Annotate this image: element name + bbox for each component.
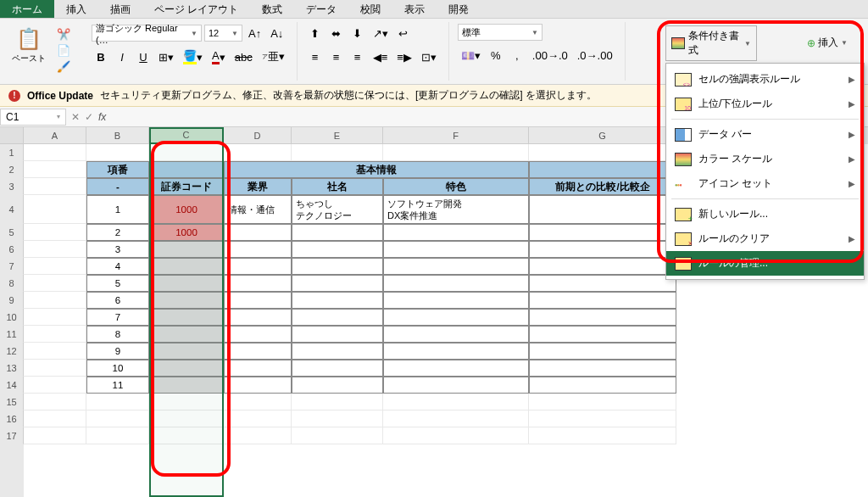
row-header[interactable]: 3 bbox=[0, 178, 24, 195]
cell[interactable]: 特色 bbox=[383, 178, 529, 195]
row-header[interactable]: 16 bbox=[0, 410, 24, 427]
cell[interactable] bbox=[24, 161, 86, 178]
row-header[interactable]: 11 bbox=[0, 326, 24, 343]
cell[interactable] bbox=[24, 144, 86, 161]
cell[interactable] bbox=[149, 144, 224, 161]
decrease-decimal-button[interactable]: .0→.00 bbox=[574, 46, 616, 64]
cell[interactable]: 情報・通信 bbox=[224, 195, 292, 224]
row-header[interactable]: 1 bbox=[0, 144, 24, 161]
phonetic-button[interactable]: ア亜▾ bbox=[259, 47, 288, 66]
cell[interactable]: 基本情報 bbox=[224, 161, 529, 178]
cell[interactable]: 証券コード bbox=[149, 178, 224, 195]
row-header[interactable]: 14 bbox=[0, 377, 24, 394]
tab-data[interactable]: データ bbox=[294, 0, 348, 18]
row-header[interactable]: 5 bbox=[0, 224, 24, 241]
orientation-button[interactable]: ↗▾ bbox=[370, 24, 392, 42]
row-header[interactable]: 15 bbox=[0, 394, 24, 410]
col-header[interactable]: G bbox=[529, 127, 676, 144]
tab-view[interactable]: 表示 bbox=[392, 0, 437, 18]
tab-draw[interactable]: 描画 bbox=[98, 0, 142, 18]
row-header[interactable]: 9 bbox=[0, 292, 24, 309]
increase-decimal-button[interactable]: .00→.0 bbox=[529, 46, 571, 64]
cell[interactable]: 項番 bbox=[86, 161, 149, 178]
name-box[interactable]: C1▾ bbox=[0, 109, 66, 126]
align-bottom-button[interactable]: ⬇ bbox=[348, 24, 367, 42]
increase-font-button[interactable]: A↑ bbox=[245, 24, 264, 42]
percent-button[interactable]: % bbox=[487, 46, 505, 64]
cf-menu-highlight-rules[interactable]: セルの強調表示ルール ▶ bbox=[666, 67, 864, 92]
cell[interactable]: - bbox=[86, 178, 149, 195]
align-right-button[interactable]: ≡ bbox=[348, 47, 367, 66]
cf-menu-data-bars[interactable]: データ バー ▶ bbox=[666, 122, 864, 147]
row-header[interactable]: 13 bbox=[0, 360, 24, 377]
align-top-button[interactable]: ⬆ bbox=[306, 24, 325, 42]
row-header[interactable]: 4 bbox=[0, 195, 24, 224]
col-header[interactable]: C bbox=[149, 127, 224, 144]
cell[interactable] bbox=[529, 161, 676, 178]
col-header[interactable]: F bbox=[383, 127, 529, 144]
cut-icon[interactable]: ✂️ bbox=[54, 27, 73, 42]
cell[interactable] bbox=[529, 144, 676, 161]
tab-home[interactable]: ホーム bbox=[0, 0, 54, 18]
currency-button[interactable]: 💷▾ bbox=[458, 46, 484, 64]
tab-developer[interactable]: 開発 bbox=[437, 0, 481, 18]
cell[interactable] bbox=[529, 195, 676, 224]
wrap-text-button[interactable]: ↩ bbox=[394, 24, 413, 42]
comma-button[interactable]: , bbox=[508, 46, 526, 64]
cf-menu-manage-rules[interactable]: ルールの管理... bbox=[666, 251, 864, 276]
format-painter-icon[interactable]: 🖌️ bbox=[54, 59, 73, 74]
cell[interactable]: ソフトウェア開発 DX案件推進 bbox=[383, 195, 529, 224]
row-header[interactable]: 7 bbox=[0, 258, 24, 275]
strike-button[interactable]: abc bbox=[231, 47, 256, 66]
cell[interactable] bbox=[292, 144, 383, 161]
cell[interactable] bbox=[24, 178, 86, 195]
tab-formula[interactable]: 数式 bbox=[250, 0, 294, 18]
paste-button[interactable]: 📋 ペースト bbox=[7, 25, 51, 66]
cell[interactable]: ちゃつし テクノロジー bbox=[292, 195, 383, 224]
col-header[interactable]: E bbox=[292, 127, 383, 144]
italic-button[interactable]: I bbox=[113, 47, 131, 66]
border-button[interactable]: ⊞▾ bbox=[155, 47, 177, 66]
cell[interactable]: 前期との比較/比較企 bbox=[529, 178, 676, 195]
tab-pagelayout[interactable]: ページ レイアウト bbox=[142, 0, 250, 18]
cf-menu-topbottom-rules[interactable]: 上位/下位ルール ▶ bbox=[666, 92, 864, 116]
increase-indent-button[interactable]: ≡▶ bbox=[393, 47, 415, 66]
col-header[interactable]: A bbox=[24, 127, 86, 144]
conditional-formatting-button[interactable]: 条件付き書式 ▼ bbox=[665, 25, 757, 61]
fx-icon[interactable]: fx bbox=[98, 111, 106, 123]
number-format-select[interactable]: 標準▼ bbox=[458, 24, 542, 41]
cf-menu-icon-sets[interactable]: アイコン セット ▶ bbox=[666, 171, 864, 196]
cell[interactable] bbox=[224, 144, 292, 161]
row-header[interactable]: 8 bbox=[0, 275, 24, 292]
row-header[interactable]: 10 bbox=[0, 309, 24, 326]
copy-icon[interactable]: 📄 bbox=[54, 43, 73, 58]
cf-menu-new-rule[interactable]: 新しいルール... bbox=[666, 202, 864, 226]
tab-insert[interactable]: 挿入 bbox=[54, 0, 98, 18]
cell[interactable] bbox=[86, 144, 149, 161]
bold-button[interactable]: B bbox=[92, 47, 110, 66]
cell[interactable] bbox=[149, 161, 224, 178]
align-center-button[interactable]: ≡ bbox=[327, 47, 346, 66]
align-middle-button[interactable]: ⬌ bbox=[327, 24, 346, 42]
cell[interactable] bbox=[24, 195, 86, 224]
decrease-font-button[interactable]: A↓ bbox=[267, 24, 287, 42]
font-color-button[interactable]: A▾ bbox=[209, 47, 229, 66]
underline-button[interactable]: U bbox=[134, 47, 153, 66]
col-header[interactable]: B bbox=[86, 127, 149, 144]
cf-menu-clear-rules[interactable]: ルールのクリア ▶ bbox=[666, 226, 864, 251]
decrease-indent-button[interactable]: ◀≡ bbox=[370, 47, 392, 66]
cell[interactable]: 社名 bbox=[292, 178, 383, 195]
row-header[interactable]: 6 bbox=[0, 241, 24, 258]
row-header[interactable]: 17 bbox=[0, 427, 24, 444]
cell[interactable] bbox=[383, 144, 529, 161]
row-header[interactable]: 12 bbox=[0, 343, 24, 360]
row-header[interactable]: 2 bbox=[0, 161, 24, 178]
cell[interactable]: 1 bbox=[86, 195, 149, 224]
confirm-formula-icon[interactable]: ✓ bbox=[85, 111, 93, 123]
fill-color-button[interactable]: 🪣▾ bbox=[180, 47, 206, 66]
merge-button[interactable]: ⊡▾ bbox=[418, 47, 440, 66]
col-header[interactable]: D bbox=[224, 127, 292, 144]
cell[interactable]: 1000 bbox=[149, 195, 224, 224]
tab-review[interactable]: 校閲 bbox=[348, 0, 392, 18]
select-all-corner[interactable] bbox=[0, 127, 24, 144]
